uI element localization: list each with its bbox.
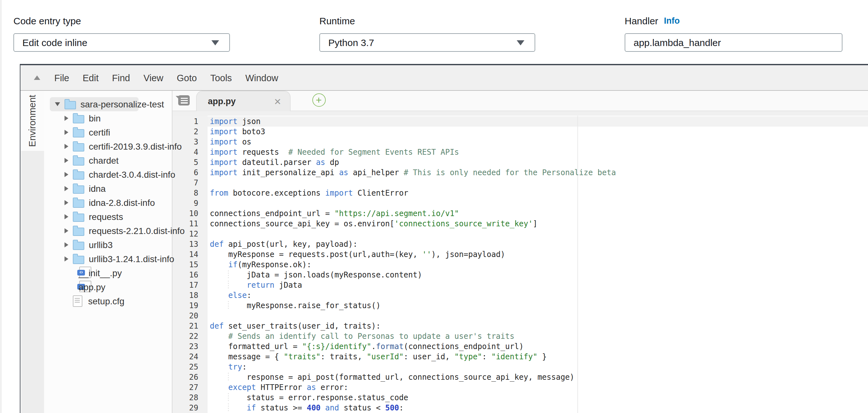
expand-arrow-icon[interactable] [55,102,60,106]
code-line-25: try: [210,362,868,372]
runtime-label: Runtime [319,14,535,28]
tab-title: app.py [208,96,236,106]
line-number: 27 [172,382,198,392]
code-line-20 [210,311,868,321]
tree-folder-requests-2.21.0.dist-info[interactable]: requests-2.21.0.dist-info [44,224,172,238]
line-number: 5 [172,157,198,168]
collapse-arrow-icon[interactable] [64,186,68,191]
new-tab-button[interactable]: + [312,93,326,107]
tree-folder-label: certifi-2019.3.9.dist-info [89,141,182,151]
folder-icon [73,129,84,137]
collapse-arrow-icon[interactable] [64,214,68,219]
environment-tab-label-wrap[interactable]: Environment [21,91,44,151]
folder-icon [73,241,84,249]
code-entry-type-select[interactable]: Edit code inline [13,33,230,52]
tree-file-setup.cfg[interactable]: setup.cfg [44,294,172,308]
tree-folder-label: certifi [89,127,110,138]
menu-window[interactable]: Window [245,72,278,83]
close-icon[interactable]: ✕ [274,97,281,106]
code-line-13: def api_post(url, key, payload): [210,239,868,249]
line-number: 17 [172,280,198,290]
chevron-down-icon [517,40,524,45]
tree-folder-bin[interactable]: bin [44,111,172,125]
line-number: 29 [172,403,198,413]
code-line-22: # Sends an identify call to Personas to … [210,331,868,342]
handler-value: app.lambda_handler [633,37,721,48]
collapse-arrow-icon[interactable] [64,256,68,262]
tree-folder-label: requests [89,212,123,222]
collapse-arrow-icon[interactable] [64,144,68,149]
tree-folder-urllib3-1.24.1.dist-info[interactable]: urllib3-1.24.1.dist-info [44,252,172,266]
collapse-arrow-icon[interactable] [64,116,68,121]
code-line-28: status = error.response.status_code [210,392,868,403]
tree-folder-chardet-3.0.4.dist-info[interactable]: chardet-3.0.4.dist-info [44,168,172,182]
menu-edit[interactable]: Edit [83,72,99,83]
chevron-down-icon [211,40,219,45]
tree-folder-chardet[interactable]: chardet [44,153,172,168]
indent-guide [228,404,229,412]
handler-info-link[interactable]: Info [664,14,680,28]
tab-list-icon[interactable] [178,95,189,106]
tree-folder-label: chardet-3.0.4.dist-info [89,170,175,180]
collapse-arrow-icon[interactable] [64,172,68,177]
line-number: 21 [172,321,198,331]
tree-file-app.py[interactable]: app.py [44,280,172,294]
tab-app-py[interactable]: app.py ✕ [196,91,290,111]
code-line-18: else: [210,290,868,300]
folder-icon [73,143,84,151]
text-file-icon [73,295,83,307]
code-line-26: response = api_post(formatted_url, conne… [210,372,868,382]
handler-label: Handler [625,14,658,28]
menu-goto[interactable]: Goto [177,72,197,83]
line-number: 16 [172,270,198,280]
line-number: 1 [172,116,198,126]
line-number: 6 [172,168,198,178]
tree-folder-urllib3[interactable]: urllib3 [44,238,172,252]
folder-icon [73,115,84,123]
indent-guide [228,373,229,382]
file-tree: sara-personalize-testbincertificertifi-2… [44,91,172,413]
collapse-arrow-icon[interactable] [64,130,68,135]
code-entry-type-value: Edit code inline [22,37,87,48]
collapse-arrow-icon[interactable] [64,158,68,163]
code-content[interactable]: import jsonimport boto3import osimport r… [207,116,868,413]
collapse-arrow-icon[interactable] [64,200,68,205]
code-line-17: return jData [210,280,868,290]
tree-folder-idna[interactable]: idna [44,182,172,196]
editor-tabstrip: app.py ✕ + [172,91,868,111]
tree-root-label: sara-personalize-test [81,99,164,109]
tree-folder-idna-2.8.dist-info[interactable]: idna-2.8.dist-info [44,196,172,210]
tree-folder-label: bin [89,113,101,123]
runtime-select[interactable]: Python 3.7 [319,33,535,52]
tree-folder-certifi-2019.3.9.dist-info[interactable]: certifi-2019.3.9.dist-info [44,139,172,153]
code-line-1: import json [210,116,868,126]
tree-folder-certifi[interactable]: certifi [44,125,172,139]
code-line-10: connections_endpoint_url = "https://api.… [210,208,868,219]
menu-find[interactable]: Find [112,72,130,83]
tree-file-__init__.py[interactable]: __init__.py [44,266,172,280]
folder-icon [73,171,84,179]
code-line-15: if(myResponse.ok): [210,260,868,270]
line-number: 9 [172,198,198,208]
tree-root-sara-personalize-test[interactable]: sara-personalize-test [44,97,172,111]
ide-body: Environment sara-personalize-testbincert… [21,91,868,413]
indent-guide [228,393,229,402]
collapse-editor-icon[interactable] [34,76,40,80]
handler-input[interactable]: app.lambda_handler [625,33,842,52]
code-scroller[interactable]: 1234567891011121314151617181920212223242… [172,116,868,413]
menu-tools[interactable]: Tools [210,72,232,83]
ide-menubar: FileEditFindViewGotoToolsWindow [21,65,868,91]
folder-icon [64,101,76,109]
tree-folder-requests[interactable]: requests [44,210,172,224]
menu-file[interactable]: File [54,72,69,83]
tree-folder-label: requests-2.21.0.dist-info [89,226,185,236]
collapse-arrow-icon[interactable] [64,242,68,247]
runtime-value: Python 3.7 [328,37,374,48]
code-line-8: from botocore.exceptions import ClientEr… [210,188,868,198]
code-line-2: import boto3 [210,126,868,137]
collapse-arrow-icon[interactable] [64,228,68,233]
indent-guide [228,281,229,290]
menu-view[interactable]: View [144,72,163,83]
line-number: 15 [172,260,198,270]
tree-folder-label: chardet [89,155,119,166]
